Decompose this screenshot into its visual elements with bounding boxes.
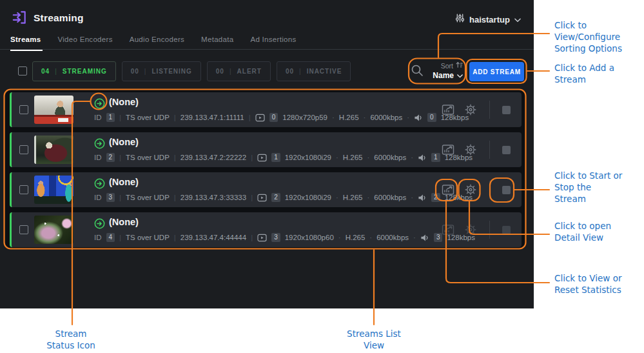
filter-count: 00 bbox=[286, 68, 294, 75]
row-checkbox[interactable] bbox=[19, 145, 28, 154]
statistics-icon[interactable] bbox=[440, 142, 456, 157]
account-name: haistartup bbox=[469, 15, 510, 25]
annotation-sorting: Click to View/Configure Sorting Options bbox=[554, 19, 622, 54]
dot bbox=[367, 154, 370, 161]
separator bbox=[174, 194, 176, 201]
dot bbox=[407, 114, 409, 121]
filter-divider: | bbox=[229, 68, 232, 75]
video-index-badge: 1 bbox=[271, 153, 280, 162]
filter-divider: | bbox=[55, 68, 57, 75]
dot bbox=[336, 194, 338, 201]
dot bbox=[369, 234, 372, 241]
stop-stream-button[interactable] bbox=[498, 222, 514, 237]
stream-title: (None) bbox=[109, 137, 139, 147]
id-label: ID bbox=[94, 154, 102, 161]
filter-listening[interactable]: 00|LISTENING bbox=[122, 61, 201, 81]
filter-divider: | bbox=[299, 68, 302, 75]
filter-label: LISTENING bbox=[151, 68, 191, 75]
resolution: 1920x1080p60 bbox=[285, 234, 334, 241]
separator bbox=[119, 114, 121, 121]
stream-status-icon bbox=[94, 178, 105, 189]
page-title: Streaming bbox=[34, 12, 84, 24]
stream-meta: ID 4 TS over UDP 239.133.47.4:44444 3 19… bbox=[94, 233, 475, 242]
protocol: TS over UDP bbox=[126, 194, 170, 201]
id-label: ID bbox=[94, 194, 102, 201]
stream-title: (None) bbox=[109, 217, 139, 227]
annotation-list-view: Streams List View bbox=[329, 328, 419, 351]
tab-audio-encoders[interactable]: Audio Encoders bbox=[130, 35, 184, 52]
codec: H.265 bbox=[343, 154, 363, 161]
stream-meta: ID 3 TS over UDP 239.133.47.3:33333 2 19… bbox=[94, 193, 473, 202]
add-stream-button[interactable]: ADD STREAM bbox=[469, 62, 524, 81]
video-index-badge: 2 bbox=[271, 193, 280, 202]
dot bbox=[364, 114, 366, 121]
sort-value: Name bbox=[433, 71, 454, 80]
stop-stream-button[interactable] bbox=[498, 102, 514, 117]
video-index-badge: 0 bbox=[269, 113, 278, 122]
video-index-badge: 3 bbox=[271, 233, 280, 242]
sort-control[interactable]: Sort Name bbox=[425, 61, 463, 80]
tab-metadata[interactable]: Metadata bbox=[201, 35, 233, 52]
separator bbox=[251, 194, 253, 201]
tab-ad-insertions[interactable]: Ad Insertions bbox=[250, 35, 296, 52]
stop-stream-button[interactable] bbox=[498, 142, 514, 157]
bitrate: 6000kbps bbox=[374, 194, 406, 201]
tab-video-encoders[interactable]: Video Encoders bbox=[58, 35, 113, 52]
gear-icon[interactable] bbox=[463, 142, 478, 157]
tab-bar: Streams Video Encoders Audio Encoders Me… bbox=[10, 35, 296, 52]
gear-icon[interactable] bbox=[463, 102, 478, 117]
id-badge: 2 bbox=[106, 153, 115, 162]
stream-thumbnail bbox=[34, 216, 73, 244]
status-filter-group: 04|STREAMING 00|LISTENING 00|ALERT 00|IN… bbox=[32, 61, 351, 81]
tab-streams[interactable]: Streams bbox=[10, 35, 41, 52]
annotation-add-stream: Click to Add a Stream bbox=[554, 62, 614, 85]
actions-divider bbox=[489, 141, 490, 159]
separator bbox=[119, 194, 121, 201]
video-icon bbox=[257, 194, 267, 202]
separator bbox=[174, 234, 176, 241]
protocol: TS over UDP bbox=[126, 154, 170, 161]
video-icon bbox=[255, 114, 265, 122]
search-icon[interactable] bbox=[411, 64, 424, 77]
gear-icon[interactable] bbox=[463, 182, 478, 197]
separator bbox=[251, 154, 253, 161]
address: 239.133.47.3:33333 bbox=[181, 194, 246, 201]
row-checkbox[interactable] bbox=[19, 185, 28, 194]
statistics-icon[interactable] bbox=[440, 182, 456, 197]
actions-divider bbox=[489, 181, 490, 199]
stream-row[interactable]: (None) ID 2 TS over UDP 239.133.47.2:222… bbox=[10, 132, 522, 167]
audio-icon bbox=[418, 154, 427, 162]
audio-index-badge: 2 bbox=[431, 193, 440, 202]
chevron-down-icon bbox=[514, 14, 521, 25]
codec: H.265 bbox=[346, 234, 366, 241]
video-icon bbox=[257, 234, 267, 242]
sliders-icon bbox=[455, 13, 465, 26]
row-checkbox[interactable] bbox=[19, 225, 28, 234]
filter-count: 00 bbox=[216, 68, 224, 75]
gear-icon[interactable] bbox=[463, 222, 478, 237]
stream-row[interactable]: (None) ID 1 TS over UDP 239.133.47.1:111… bbox=[10, 92, 522, 127]
stream-thumbnail bbox=[34, 136, 73, 164]
filter-streaming[interactable]: 04|STREAMING bbox=[32, 61, 116, 81]
filter-label: ALERT bbox=[237, 68, 262, 75]
separator bbox=[251, 234, 253, 241]
dot bbox=[338, 234, 341, 241]
stream-row[interactable]: (None) ID 3 TS over UDP 239.133.47.3:333… bbox=[10, 172, 522, 207]
select-all-checkbox[interactable] bbox=[18, 66, 27, 76]
stream-meta: ID 2 TS over UDP 239.133.47.2:22222 1 19… bbox=[94, 153, 473, 162]
address: 239.133.47.2:22222 bbox=[181, 154, 246, 161]
stream-title: (None) bbox=[109, 177, 139, 187]
id-badge: 1 bbox=[106, 113, 115, 122]
dot bbox=[411, 154, 413, 161]
row-checkbox[interactable] bbox=[19, 105, 28, 114]
stream-row[interactable]: (None) ID 4 TS over UDP 239.133.47.4:444… bbox=[10, 212, 522, 247]
account-menu[interactable]: haistartup bbox=[455, 13, 521, 26]
stop-stream-button[interactable] bbox=[498, 182, 514, 197]
filter-count: 00 bbox=[131, 68, 139, 75]
filter-alert[interactable]: 00|ALERT bbox=[207, 61, 271, 81]
chevron-down-icon bbox=[457, 71, 463, 80]
statistics-icon[interactable] bbox=[440, 102, 456, 117]
statistics-icon[interactable] bbox=[440, 222, 456, 237]
filter-inactive[interactable]: 00|INACTIVE bbox=[277, 61, 351, 81]
protocol: TS over UDP bbox=[126, 114, 170, 121]
